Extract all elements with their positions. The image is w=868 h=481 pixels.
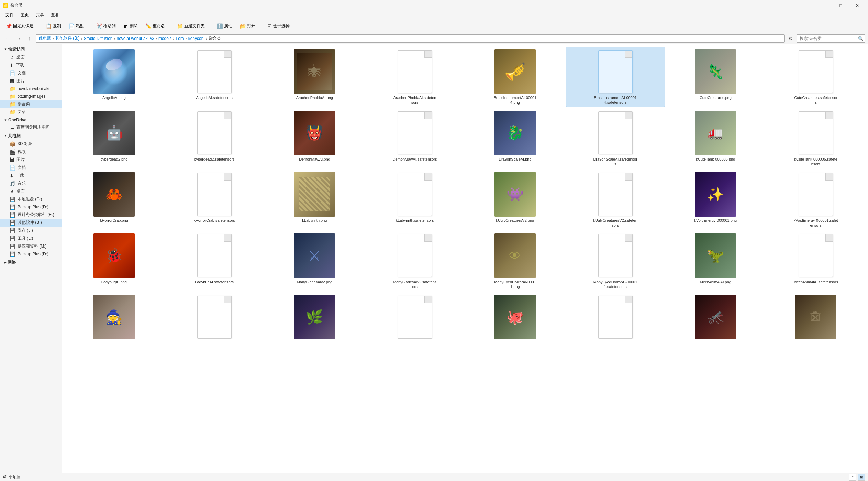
sidebar-item-e[interactable]: 💾 设计办公类软件 (E:) xyxy=(0,211,62,219)
sidebar-item-desk2[interactable]: 🖥 桌面 xyxy=(0,187,62,195)
back-button[interactable]: ← xyxy=(3,34,12,43)
forward-button[interactable]: → xyxy=(14,34,23,43)
file-item-kugly-st[interactable]: kUglyCreaturesV2.safetensors xyxy=(566,170,665,230)
file-item-cute-png[interactable]: 🦎 CuteCreatures.png xyxy=(666,47,765,107)
details-view-button[interactable]: ≡ xyxy=(849,474,856,481)
file-item-khorror-png[interactable]: 🦀 kHorrorCrab.png xyxy=(65,170,164,230)
menu-file[interactable]: 文件 xyxy=(3,11,16,19)
sidebar-item-m[interactable]: 💾 供应商资料 (M:) xyxy=(0,242,62,250)
file-item-r5f[interactable] xyxy=(566,292,665,342)
file-item-arachno-st[interactable]: ArachnoPhobiaAI.safetensors xyxy=(365,47,464,107)
file-item-demon-st[interactable]: DemonMawAI.safetensors xyxy=(365,108,464,168)
file-item-kugly-png[interactable]: 👾 kUglyCreaturesV2.png xyxy=(466,170,565,230)
sidebar-item-d[interactable]: 💾 Backup Plus (D:) xyxy=(0,203,62,211)
sidebar-item-c[interactable]: 💾 本地磁盘 (C:) xyxy=(0,195,62,203)
sidebar-item-j[interactable]: 💾 碟存 (J:) xyxy=(0,227,62,234)
crumb-konyconi[interactable]: konyconi xyxy=(188,36,204,41)
refresh-button[interactable]: ↻ xyxy=(786,34,795,43)
file-item-cyber-png[interactable]: 🤖 cyberdead2.png xyxy=(65,108,164,168)
file-item-klab-st[interactable]: kLabyrinth.safetensors xyxy=(365,170,464,230)
icon-view-button[interactable]: ⊞ xyxy=(858,474,865,481)
crumb-lora[interactable]: Lora xyxy=(176,36,184,41)
onedrive-header[interactable]: ▼ OneDrive xyxy=(0,117,62,123)
sidebar-item-b[interactable]: 💾 其他软件 (B:) xyxy=(0,219,62,227)
file-item-angelic-st[interactable]: AngelicAI.safetensors xyxy=(165,47,264,107)
file-item-manyeyed-png[interactable]: 👁 ManyEyedHorrorAI-00011.png xyxy=(466,231,565,291)
file-item-khorror-st[interactable]: kHorrorCrab.safetensors xyxy=(165,170,264,230)
search-input[interactable] xyxy=(797,34,865,43)
sidebar-item-novelai[interactable]: 📁 novelai-webui-aki xyxy=(0,85,62,92)
file-item-r5g[interactable]: 🦟 xyxy=(666,292,765,342)
sidebar-item-pictures[interactable]: 🖼 图片 xyxy=(0,77,62,85)
pin-button[interactable]: 📌 固定到快速 xyxy=(3,21,37,32)
rename-button[interactable]: ✏️ 重命名 xyxy=(142,21,168,32)
newfolder-button[interactable]: 📁 新建文件夹 xyxy=(174,21,208,32)
file-item-ladybug-png[interactable]: 🐞 LadybugAI.png xyxy=(65,231,164,291)
network-header[interactable]: ▶ 网络 xyxy=(0,259,62,266)
file-item-dragon-png[interactable]: 🐉 Dra9onScaleAI.png xyxy=(466,108,565,168)
file-item-r5b[interactable] xyxy=(165,292,264,342)
file-item-kcutetank-st[interactable]: kCuteTank-000005.safetensors xyxy=(766,108,865,168)
sidebar-item-d2[interactable]: 💾 Backup Plus (D:) xyxy=(0,250,62,258)
file-item-angelic-png[interactable]: AngelicAI.png xyxy=(65,47,164,107)
file-item-mech4nim-png[interactable]: 🦖 Mech4nim4lAI.png xyxy=(666,231,765,291)
thispc-header[interactable]: ▼ 此电脑 xyxy=(0,132,62,140)
file-item-demon-png[interactable]: 👹 DemonMawAI.png xyxy=(265,108,364,168)
sidebar-item-desktop[interactable]: 🖥 桌面 xyxy=(0,53,62,61)
menu-view[interactable]: 查看 xyxy=(48,11,62,19)
address-path[interactable]: 此电脑 › 其他软件 (B:) › Stable Diffusion › nov… xyxy=(36,34,785,43)
sidebar-item-txt2img[interactable]: 📁 txt2img-images xyxy=(0,92,62,100)
move-button[interactable]: ✂️ 移动到 xyxy=(93,21,119,32)
file-item-manyblades-st[interactable]: ManyBladesAlv2.safetensors xyxy=(365,231,464,291)
crumb-models[interactable]: models xyxy=(158,36,172,41)
file-item-klab-png[interactable]: kLabyrinth.png xyxy=(265,170,364,230)
crumb-other[interactable]: 其他软件 (B:) xyxy=(55,35,80,41)
sidebar-item-3d[interactable]: 📦 3D 对象 xyxy=(0,140,62,148)
sidebar-item-docs2[interactable]: 📄 文档 xyxy=(0,164,62,172)
sidebar-item-video[interactable]: 🎬 视频 xyxy=(0,148,62,156)
file-item-manyblades-png[interactable]: ⚔ ManyBladesAlv2.png xyxy=(265,231,364,291)
sidebar-item-baidu[interactable]: ☁ 百度网盘同步空间 xyxy=(0,123,62,131)
file-item-r5c[interactable]: 🌿 xyxy=(265,292,364,342)
up-button[interactable]: ↑ xyxy=(25,34,34,43)
crumb-thispc[interactable]: 此电脑 xyxy=(39,35,51,41)
file-item-r5e[interactable]: 🐙 xyxy=(466,292,565,342)
file-item-r5h[interactable]: 🏚 xyxy=(766,292,865,342)
menu-share[interactable]: 共享 xyxy=(33,11,47,19)
sidebar-item-docs[interactable]: 📄 文档 xyxy=(0,69,62,77)
properties-button[interactable]: ℹ️ 属性 xyxy=(214,21,235,32)
minimize-button[interactable]: ─ xyxy=(816,0,832,11)
file-item-kvoid-png[interactable]: ✨ kVoidEnergy-000001.png xyxy=(666,170,765,230)
delete-button[interactable]: 🗑 删除 xyxy=(120,21,141,32)
open-button[interactable]: 📂 打开 xyxy=(237,21,258,32)
crumb-sd[interactable]: Stable Diffusion xyxy=(84,36,113,41)
selectall-button[interactable]: ☑ 全部选择 xyxy=(264,21,293,32)
menu-home[interactable]: 主页 xyxy=(18,11,32,19)
file-item-brass-png[interactable]: 🎺 BrassInstrumentAI-000014.png xyxy=(466,47,565,107)
file-item-manyeyed-st[interactable]: ManyEyedHorrorAI-000011.safetensors xyxy=(566,231,665,291)
sidebar-item-l[interactable]: 💾 工具 (L:) xyxy=(0,234,62,242)
file-item-kcutetank-png[interactable]: 🚛 kCuteTank-000005.png xyxy=(666,108,765,168)
sidebar-item-zahe[interactable]: 📁 杂合类 xyxy=(0,100,62,108)
sidebar-item-pics[interactable]: 🖼 图片 xyxy=(0,156,62,164)
quick-access-header[interactable]: ▼ 快速访问 xyxy=(0,45,62,53)
file-item-r5d[interactable] xyxy=(365,292,464,342)
file-item-brass-st[interactable]: BrassInstrumentAI-000014.safetensors xyxy=(566,47,665,107)
file-item-cyber-st[interactable]: cyberdead2.safetensors xyxy=(165,108,264,168)
copy-button[interactable]: 📋 复制 xyxy=(43,21,64,32)
sidebar-item-dl2[interactable]: ⬇ 下载 xyxy=(0,172,62,179)
file-item-cute-st[interactable]: CuteCreatures.safetensors xyxy=(766,47,865,107)
file-item-mech4nim-st[interactable]: Mech4nim4lAI.safetensors xyxy=(766,231,865,291)
file-item-dragon-st[interactable]: Dra9onScaleAI.safetensors xyxy=(566,108,665,168)
file-item-arachno-png[interactable]: 🕷 ArachnoPhobiaAI.png xyxy=(265,47,364,107)
paste-button[interactable]: 📄 粘贴 xyxy=(66,21,87,32)
close-button[interactable]: ✕ xyxy=(849,0,865,11)
file-item-kvoid-st[interactable]: kVoidEnergy-000001.safetensors xyxy=(766,170,865,230)
crumb-novel[interactable]: novelai-webui-aki-v3 xyxy=(117,36,154,41)
sidebar-item-music[interactable]: 🎵 音乐 xyxy=(0,179,62,187)
sidebar-item-download[interactable]: ⬇ 下载 xyxy=(0,61,62,69)
file-item-r5a[interactable]: 🧙 xyxy=(65,292,164,342)
sidebar-item-article[interactable]: 📁 文章 xyxy=(0,108,62,116)
file-item-ladybug-st[interactable]: LadybugAI.safetensors xyxy=(165,231,264,291)
maximize-button[interactable]: □ xyxy=(833,0,849,11)
